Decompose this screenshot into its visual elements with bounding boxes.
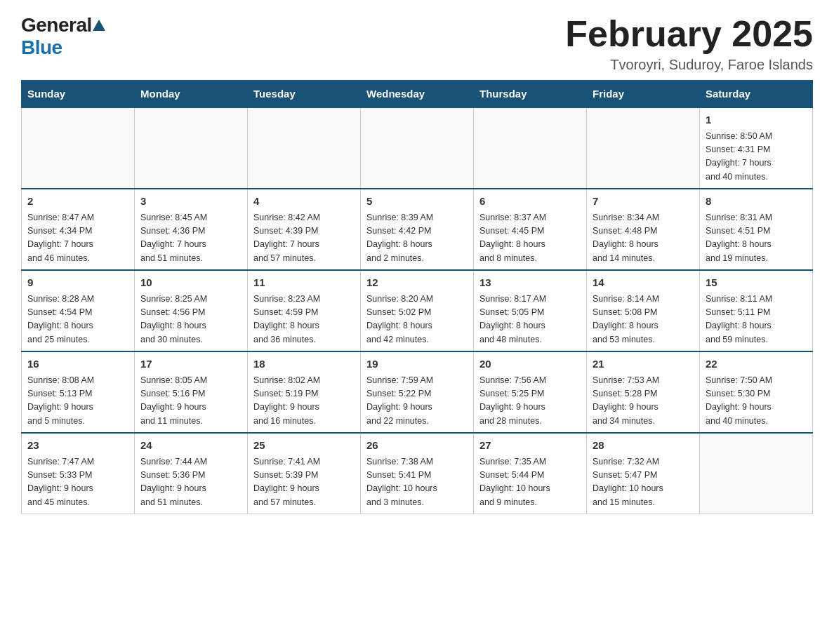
weekday-header-wednesday: Wednesday (361, 81, 474, 108)
day-info: Sunrise: 8:34 AM Sunset: 4:48 PM Dayligh… (593, 211, 694, 266)
day-info: Sunrise: 7:53 AM Sunset: 5:28 PM Dayligh… (593, 374, 694, 429)
calendar-cell: 9Sunrise: 8:28 AM Sunset: 4:54 PM Daylig… (22, 270, 135, 351)
week-row-4: 16Sunrise: 8:08 AM Sunset: 5:13 PM Dayli… (22, 351, 813, 433)
weekday-header-thursday: Thursday (474, 81, 587, 108)
day-number: 15 (706, 275, 807, 291)
day-info: Sunrise: 8:23 AM Sunset: 4:59 PM Dayligh… (253, 293, 355, 347)
day-number: 12 (366, 275, 468, 291)
day-number: 25 (253, 438, 355, 454)
day-info: Sunrise: 7:56 AM Sunset: 5:25 PM Dayligh… (479, 374, 581, 429)
day-number: 9 (27, 275, 128, 291)
weekday-header-friday: Friday (587, 81, 700, 108)
day-number: 14 (593, 275, 694, 291)
day-info: Sunrise: 8:08 AM Sunset: 5:13 PM Dayligh… (27, 374, 128, 429)
calendar-cell: 27Sunrise: 7:35 AM Sunset: 5:44 PM Dayli… (474, 433, 587, 514)
calendar-table: SundayMondayTuesdayWednesdayThursdayFrid… (21, 80, 813, 514)
calendar-cell: 14Sunrise: 8:14 AM Sunset: 5:08 PM Dayli… (587, 270, 700, 351)
calendar-cell (474, 107, 587, 189)
day-number: 13 (479, 275, 581, 291)
day-info: Sunrise: 8:11 AM Sunset: 5:11 PM Dayligh… (706, 293, 807, 347)
logo-blue: Blue (21, 36, 62, 59)
weekday-header-monday: Monday (135, 81, 248, 108)
calendar-cell: 25Sunrise: 7:41 AM Sunset: 5:39 PM Dayli… (248, 433, 361, 514)
day-info: Sunrise: 8:42 AM Sunset: 4:39 PM Dayligh… (253, 211, 355, 266)
calendar-cell: 17Sunrise: 8:05 AM Sunset: 5:16 PM Dayli… (135, 351, 248, 433)
week-row-3: 9Sunrise: 8:28 AM Sunset: 4:54 PM Daylig… (22, 270, 813, 351)
page-header: General Blue February 2025 Tvoroyri, Sud… (21, 14, 813, 73)
week-row-5: 23Sunrise: 7:47 AM Sunset: 5:33 PM Dayli… (22, 433, 813, 514)
day-number: 2 (27, 194, 128, 210)
day-info: Sunrise: 8:45 AM Sunset: 4:36 PM Dayligh… (140, 211, 241, 266)
day-number: 5 (366, 194, 468, 210)
calendar-cell: 6Sunrise: 8:37 AM Sunset: 4:45 PM Daylig… (474, 189, 587, 270)
calendar-cell: 8Sunrise: 8:31 AM Sunset: 4:51 PM Daylig… (700, 189, 813, 270)
day-info: Sunrise: 8:37 AM Sunset: 4:45 PM Dayligh… (479, 211, 581, 266)
day-info: Sunrise: 7:38 AM Sunset: 5:41 PM Dayligh… (366, 455, 468, 510)
calendar-cell: 15Sunrise: 8:11 AM Sunset: 5:11 PM Dayli… (700, 270, 813, 351)
day-number: 1 (706, 112, 807, 128)
calendar-cell: 3Sunrise: 8:45 AM Sunset: 4:36 PM Daylig… (135, 189, 248, 270)
calendar-cell: 18Sunrise: 8:02 AM Sunset: 5:19 PM Dayli… (248, 351, 361, 433)
week-row-2: 2Sunrise: 8:47 AM Sunset: 4:34 PM Daylig… (22, 189, 813, 270)
day-number: 17 (140, 356, 241, 373)
logo-general: General (21, 14, 92, 36)
calendar-header: SundayMondayTuesdayWednesdayThursdayFrid… (22, 81, 813, 108)
day-number: 21 (593, 356, 694, 373)
calendar-cell: 13Sunrise: 8:17 AM Sunset: 5:05 PM Dayli… (474, 270, 587, 351)
calendar-cell: 22Sunrise: 7:50 AM Sunset: 5:30 PM Dayli… (700, 351, 813, 433)
calendar-cell: 23Sunrise: 7:47 AM Sunset: 5:33 PM Dayli… (22, 433, 135, 514)
calendar-cell: 28Sunrise: 7:32 AM Sunset: 5:47 PM Dayli… (587, 433, 700, 514)
calendar-cell: 7Sunrise: 8:34 AM Sunset: 4:48 PM Daylig… (587, 189, 700, 270)
day-info: Sunrise: 8:20 AM Sunset: 5:02 PM Dayligh… (366, 293, 468, 347)
calendar-cell (248, 107, 361, 189)
location-subtitle: Tvoroyri, Suduroy, Faroe Islands (565, 57, 813, 73)
day-info: Sunrise: 8:50 AM Sunset: 4:31 PM Dayligh… (706, 130, 807, 185)
weekday-header-row: SundayMondayTuesdayWednesdayThursdayFrid… (22, 81, 813, 108)
day-info: Sunrise: 8:39 AM Sunset: 4:42 PM Dayligh… (366, 211, 468, 266)
calendar-cell: 5Sunrise: 8:39 AM Sunset: 4:42 PM Daylig… (361, 189, 474, 270)
day-info: Sunrise: 7:35 AM Sunset: 5:44 PM Dayligh… (479, 455, 581, 510)
calendar-cell (22, 107, 135, 189)
day-info: Sunrise: 7:59 AM Sunset: 5:22 PM Dayligh… (366, 374, 468, 429)
weekday-header-tuesday: Tuesday (248, 81, 361, 108)
day-number: 23 (27, 438, 128, 454)
weekday-header-sunday: Sunday (22, 81, 135, 108)
calendar-cell (135, 107, 248, 189)
day-number: 28 (593, 438, 694, 454)
calendar-cell: 21Sunrise: 7:53 AM Sunset: 5:28 PM Dayli… (587, 351, 700, 433)
day-info: Sunrise: 8:31 AM Sunset: 4:51 PM Dayligh… (706, 211, 807, 266)
day-number: 16 (27, 356, 128, 373)
calendar-cell: 19Sunrise: 7:59 AM Sunset: 5:22 PM Dayli… (361, 351, 474, 433)
day-info: Sunrise: 7:44 AM Sunset: 5:36 PM Dayligh… (140, 455, 241, 510)
calendar-cell: 24Sunrise: 7:44 AM Sunset: 5:36 PM Dayli… (135, 433, 248, 514)
day-number: 3 (140, 194, 241, 210)
calendar-title: February 2025 (565, 14, 813, 54)
day-number: 22 (706, 356, 807, 373)
day-info: Sunrise: 8:28 AM Sunset: 4:54 PM Dayligh… (27, 293, 128, 347)
calendar-cell (361, 107, 474, 189)
calendar-cell: 2Sunrise: 8:47 AM Sunset: 4:34 PM Daylig… (22, 189, 135, 270)
day-number: 11 (253, 275, 355, 291)
day-info: Sunrise: 8:25 AM Sunset: 4:56 PM Dayligh… (140, 293, 241, 347)
calendar-cell: 26Sunrise: 7:38 AM Sunset: 5:41 PM Dayli… (361, 433, 474, 514)
day-number: 26 (366, 438, 468, 454)
day-number: 8 (706, 194, 807, 210)
calendar-cell: 4Sunrise: 8:42 AM Sunset: 4:39 PM Daylig… (248, 189, 361, 270)
day-info: Sunrise: 8:02 AM Sunset: 5:19 PM Dayligh… (253, 374, 355, 429)
calendar-cell (700, 433, 813, 514)
week-row-1: 1Sunrise: 8:50 AM Sunset: 4:31 PM Daylig… (22, 107, 813, 189)
logo: General Blue (21, 14, 106, 59)
weekday-header-saturday: Saturday (700, 81, 813, 108)
day-info: Sunrise: 7:47 AM Sunset: 5:33 PM Dayligh… (27, 455, 128, 510)
day-info: Sunrise: 8:17 AM Sunset: 5:05 PM Dayligh… (479, 293, 581, 347)
day-number: 10 (140, 275, 241, 291)
day-number: 7 (593, 194, 694, 210)
calendar-body: 1Sunrise: 8:50 AM Sunset: 4:31 PM Daylig… (22, 107, 813, 514)
day-info: Sunrise: 8:05 AM Sunset: 5:16 PM Dayligh… (140, 374, 241, 429)
day-info: Sunrise: 7:41 AM Sunset: 5:39 PM Dayligh… (253, 455, 355, 510)
calendar-cell: 10Sunrise: 8:25 AM Sunset: 4:56 PM Dayli… (135, 270, 248, 351)
day-number: 4 (253, 194, 355, 210)
calendar-cell: 20Sunrise: 7:56 AM Sunset: 5:25 PM Dayli… (474, 351, 587, 433)
day-number: 19 (366, 356, 468, 373)
title-area: February 2025 Tvoroyri, Suduroy, Faroe I… (565, 14, 813, 73)
